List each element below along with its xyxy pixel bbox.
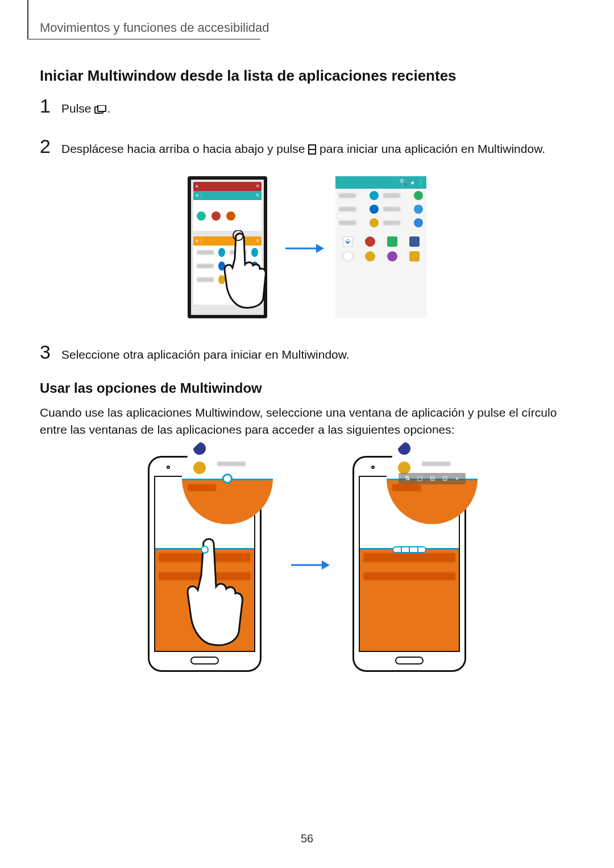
illustration-my-files-panel: 🔍 ● ⋮ ⬙ bbox=[335, 176, 426, 318]
multiwindow-toolbar: ⇅ ▢ ⊟ ⊡ × bbox=[399, 473, 466, 484]
minimize-icon: ⊟ bbox=[428, 475, 436, 483]
heading-multiwindow-options: Usar las opciones de Multiwindow bbox=[40, 380, 574, 396]
step-1-number: 1 bbox=[40, 95, 61, 117]
step-3: 3 Seleccione otra aplicación para inicia… bbox=[40, 341, 574, 363]
svg-rect-1 bbox=[98, 105, 106, 111]
illustration-phone-divider-toolbar: ⇅ ▢ ⊟ ⊡ × bbox=[352, 456, 466, 672]
split-view-icon bbox=[308, 142, 316, 159]
step-1-text-before: Pulse bbox=[61, 102, 94, 115]
step-1-text-after: . bbox=[107, 102, 110, 115]
search-icon: 🔍 bbox=[399, 178, 407, 186]
hand-pointer-icon bbox=[219, 230, 270, 310]
illustration-recent-apps-device: ●× ●⋮× ●⋮× bbox=[188, 176, 267, 318]
maximize-icon: ⊡ bbox=[441, 475, 449, 483]
step-2-text-after: para iniciar una aplicación en Multiwind… bbox=[316, 142, 545, 155]
page-number: 56 bbox=[301, 832, 313, 845]
close-icon: × bbox=[453, 475, 461, 483]
step-2: 2 Desplácese hacia arriba o hacia abajo … bbox=[40, 135, 574, 159]
page-content: Iniciar Multiwindow desde la lista de ap… bbox=[40, 63, 574, 695]
svg-marker-6 bbox=[316, 244, 324, 253]
illustration-phone-tap-divider bbox=[148, 456, 262, 672]
figure-recent-apps-to-multiwindow: ●× ●⋮× ●⋮× bbox=[40, 176, 574, 318]
magnifier-divider-circle bbox=[182, 433, 273, 524]
header-tab-underline bbox=[27, 39, 260, 40]
arrow-right-icon bbox=[284, 242, 318, 253]
arrow-right-icon bbox=[290, 558, 324, 570]
section-breadcrumb: Movimientos y funciones de accesibilidad bbox=[40, 20, 269, 35]
cloud-icon: ● bbox=[410, 179, 414, 186]
paragraph-multiwindow-options: Cuando use las aplicaciones Multiwindow,… bbox=[40, 404, 574, 439]
step-1-text: Pulse . bbox=[61, 97, 110, 118]
drag-content-icon: ▢ bbox=[416, 475, 424, 483]
heading-start-multiwindow: Iniciar Multiwindow desde la lista de ap… bbox=[40, 67, 574, 85]
step-2-number: 2 bbox=[40, 135, 61, 157]
step-1: 1 Pulse . bbox=[40, 95, 574, 118]
figure-multiwindow-options: ⇅ ▢ ⊟ ⊡ × bbox=[40, 456, 574, 672]
step-3-number: 3 bbox=[40, 341, 61, 363]
hand-pointer-icon bbox=[182, 535, 244, 649]
more-icon: ⋮ bbox=[418, 178, 424, 186]
swap-windows-icon: ⇅ bbox=[403, 475, 411, 483]
step-3-text: Seleccione otra aplicación para iniciar … bbox=[61, 343, 350, 363]
magnifier-divider-toolbar: ⇅ ▢ ⊟ ⊡ × bbox=[387, 433, 478, 524]
svg-marker-8 bbox=[322, 560, 330, 570]
step-2-text-before: Desplácese hacia arriba o hacia abajo y … bbox=[61, 142, 308, 155]
header-tab-edge bbox=[27, 0, 28, 40]
step-2-text: Desplácese hacia arriba o hacia abajo y … bbox=[61, 137, 545, 159]
recent-apps-icon bbox=[94, 102, 107, 118]
